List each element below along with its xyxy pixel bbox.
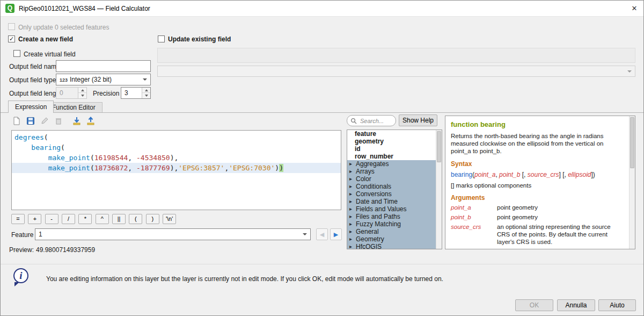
function-group-hfcqgis[interactable]: ▸HfcQGIS [347, 243, 442, 249]
help-description: Returns the north-based bearing as the a… [451, 132, 624, 155]
expand-arrow-icon: ▸ [349, 198, 352, 205]
function-item-row-number[interactable]: row_number [347, 153, 442, 160]
output-field-length-spinbox[interactable]: 0 [56, 87, 87, 99]
ok-button[interactable]: OK [515, 299, 553, 311]
show-help-button[interactable]: Show Help [399, 114, 437, 126]
operator-open-paren-button[interactable]: ( [129, 214, 142, 224]
field-calculator-dialog: Q RipGeo01012021_WGS84 — Field Calculato… [0, 0, 644, 316]
function-item-id[interactable]: id [347, 145, 442, 153]
update-existing-field-checkbox[interactable] [158, 35, 165, 42]
help-scrollbar[interactable] [629, 116, 635, 249]
function-group-general[interactable]: ▸General [347, 228, 442, 235]
function-group-fields-values[interactable]: ▸Fields and Values [347, 205, 442, 213]
save-expression-button[interactable] [24, 114, 37, 127]
output-field-type-combo[interactable]: 123Integer (32 bit) [56, 74, 151, 85]
existing-field-combo[interactable] [157, 66, 635, 77]
export-expression-button[interactable] [84, 114, 97, 127]
matched-bracket: ) [279, 164, 283, 172]
function-group-files-paths[interactable]: ▸Files and Paths [347, 213, 442, 220]
code-line: bearing( [12, 142, 341, 153]
spin-down-button[interactable] [142, 93, 150, 98]
cancel-button[interactable]: Annulla [557, 299, 595, 311]
code-line-current: make_point(18736872, -1877769),'EPSG:385… [12, 163, 341, 173]
operator-plus-button[interactable]: + [28, 214, 41, 224]
length-spin-buttons [78, 88, 86, 98]
trash-icon [54, 117, 63, 125]
operator-multiply-button[interactable]: * [78, 214, 92, 224]
tab-divider [1, 112, 643, 113]
code-line: make_point(16198544, -4534850), [12, 153, 341, 163]
preview-value: 49.98007149337959 [36, 246, 95, 254]
argument-row: source_crsan optional string representin… [451, 223, 624, 246]
function-group-date-time[interactable]: ▸Date and Time [347, 198, 442, 205]
import-arrow-icon [72, 117, 81, 125]
operator-close-paren-button[interactable]: ) [146, 214, 159, 224]
close-button[interactable]: ✕ [625, 1, 643, 17]
previous-icon: ◀ [320, 231, 324, 238]
delete-expression-button[interactable] [52, 114, 65, 127]
function-group-geometry[interactable]: ▸Geometry [347, 235, 442, 243]
feature-combo[interactable]: 1 [35, 228, 311, 240]
spin-down-icon [81, 95, 84, 97]
operator-newline-button[interactable]: '\n' [163, 214, 176, 224]
scrollbar-thumb[interactable] [437, 131, 441, 162]
dropdown-arrow-icon [303, 233, 307, 235]
function-item-geometry[interactable]: geometry [347, 138, 442, 145]
spin-up-icon [81, 89, 84, 91]
tab-expression[interactable]: Expression [8, 100, 54, 113]
help-button[interactable]: Aiuto [598, 299, 636, 311]
function-list: feature geometry id row_number ▸Aggregat… [347, 130, 442, 249]
function-item-feature[interactable]: feature [347, 130, 442, 138]
function-group-color[interactable]: ▸Color [347, 175, 442, 183]
new-expression-button[interactable] [10, 114, 23, 127]
function-group-aggregates[interactable]: ▸Aggregates [347, 160, 442, 168]
next-feature-button[interactable]: ▶ [330, 228, 342, 240]
expand-arrow-icon: ▸ [349, 175, 352, 183]
new-file-icon [12, 117, 21, 125]
function-group-fuzzy-matching[interactable]: ▸Fuzzy Matching [347, 220, 442, 228]
function-list-scrollbar[interactable] [436, 130, 442, 249]
function-search[interactable] [347, 115, 396, 126]
operator-equals-button[interactable]: = [11, 214, 25, 224]
preview-label: Preview: [9, 246, 34, 254]
spin-up-button[interactable] [142, 88, 150, 93]
import-expression-button[interactable] [70, 114, 83, 127]
operator-divide-button[interactable]: / [62, 214, 75, 224]
operator-power-button[interactable]: ^ [96, 214, 109, 224]
output-field-name-input[interactable] [56, 60, 151, 72]
previous-feature-button[interactable]: ◀ [316, 228, 328, 240]
edit-mode-message: You are editing information on this laye… [46, 275, 627, 283]
spin-down-button[interactable] [78, 93, 86, 98]
only-update-label: Only update 0 selected features [18, 24, 109, 31]
expand-arrow-icon: ▸ [349, 205, 352, 213]
expand-arrow-icon: ▸ [349, 220, 352, 228]
create-new-field-checkbox[interactable]: ✓ [8, 35, 15, 42]
output-field-name-label: Output field name [9, 63, 60, 70]
output-field-type-label: Output field type [9, 76, 56, 84]
help-title: function bearing [451, 120, 624, 128]
create-virtual-field-checkbox[interactable] [13, 50, 20, 57]
only-update-checkbox[interactable] [8, 23, 15, 30]
expression-editor[interactable]: degrees( bearing( make_point(16198544, -… [11, 130, 341, 210]
precision-value: 3 [125, 89, 128, 97]
precision-spin-buttons [142, 88, 150, 98]
spin-down-icon [145, 95, 148, 97]
operator-concat-button[interactable]: || [112, 214, 126, 224]
precision-label: Precision [93, 90, 119, 97]
expand-arrow-icon: ▸ [349, 235, 352, 243]
function-group-arrays[interactable]: ▸Arrays [347, 168, 442, 175]
edit-expression-button[interactable] [38, 114, 51, 127]
expand-arrow-icon: ▸ [349, 190, 352, 198]
spin-up-button[interactable] [78, 88, 86, 93]
title-bar: Q RipGeo01012021_WGS84 — Field Calculato… [1, 1, 643, 17]
scrollbar-thumb[interactable] [630, 117, 634, 168]
function-group-conditionals[interactable]: ▸Conditionals [347, 183, 442, 190]
operator-minus-button[interactable]: - [45, 214, 58, 224]
function-group-conversions[interactable]: ▸Conversions [347, 190, 442, 198]
create-virtual-field-label: Create virtual field [24, 51, 76, 58]
existing-field-list [157, 48, 635, 63]
search-icon [350, 118, 357, 124]
footer-divider [1, 264, 643, 264]
precision-spinbox[interactable]: 3 [121, 87, 151, 99]
search-input[interactable] [360, 116, 393, 125]
